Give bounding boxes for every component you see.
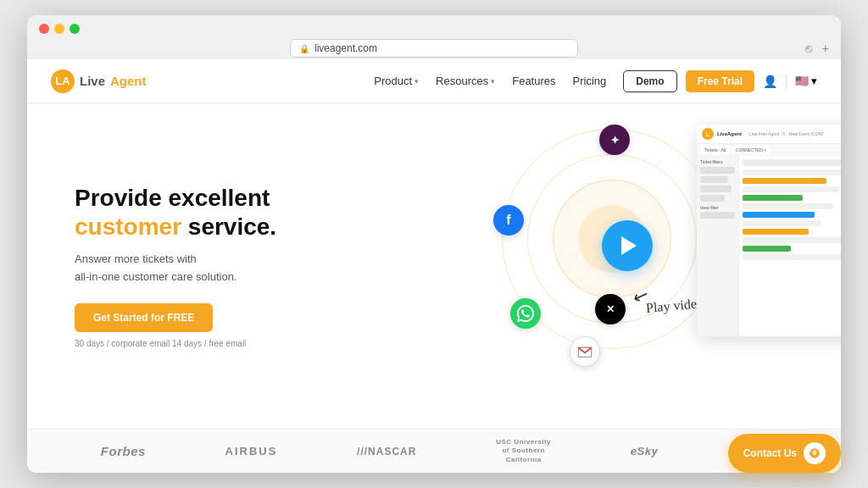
app-row-orange (743, 178, 826, 184)
nav-pricing[interactable]: Pricing (573, 75, 607, 87)
nav-resources-label: Resources (436, 75, 488, 87)
browser-chrome: 🔒 liveagent.com ⎋ + (27, 15, 841, 59)
play-button[interactable] (602, 220, 653, 271)
hero-visual: ✦ f ✕ (459, 112, 841, 391)
contact-us-label: Contact Us (743, 447, 797, 459)
nav-pricing-label: Pricing (573, 75, 607, 87)
app-row (743, 220, 821, 226)
app-header: L LiveAgent Chat from Agent · X · New Ev… (697, 125, 841, 144)
hero-heading-line2: service. (188, 214, 276, 240)
address-bar-area: 🔒 liveagent.com ⎋ + (27, 37, 841, 59)
expand-dot[interactable] (70, 24, 80, 34)
app-tabs: Tickets · All CONNECTED × (697, 144, 841, 156)
share-icon[interactable]: ⎋ (805, 42, 812, 55)
app-tab-tickets: Tickets · All (700, 146, 730, 154)
lock-icon: 🔒 (299, 44, 309, 53)
page-content: LA LiveAgent Product ▾ Resources ▾ Featu… (27, 59, 841, 473)
flag-icon: 🇺🇸 (795, 75, 809, 87)
hero-subtext-line2: all-in-one customer care solution. (75, 270, 236, 283)
titlebar (27, 15, 841, 37)
app-header-extra: Chat from Agent · X · New Event (CONT (748, 131, 824, 136)
app-row-orange-2 (743, 229, 809, 235)
nascar-logo: ///NASCAR (357, 446, 416, 458)
app-row-green-2 (743, 246, 791, 252)
chevron-down-icon: ▾ (415, 77, 419, 86)
logo-icon: LA (51, 69, 75, 93)
sidebar-item (700, 186, 732, 192)
contact-icon (804, 442, 826, 464)
app-row (743, 254, 841, 260)
play-triangle-icon (621, 236, 637, 255)
facebook-icon: f (493, 205, 524, 236)
nav-resources[interactable]: Resources ▾ (436, 75, 495, 87)
hero-heading: Provide excellent customer service. (75, 184, 276, 241)
language-selector[interactable]: 🇺🇸 ▾ (795, 75, 817, 87)
chevron-down-icon: ▾ (491, 77, 495, 86)
hero-note: 30 days / corporate email 14 days / free… (75, 339, 276, 348)
app-body: Ticket filters View filter (697, 156, 841, 336)
browser-window: 🔒 liveagent.com ⎋ + LA LiveAgent Product… (27, 15, 841, 473)
logo-text-live: Live (80, 74, 105, 88)
nav-product[interactable]: Product ▾ (374, 75, 419, 87)
nav-links: Product ▾ Resources ▾ Features Pricing (374, 75, 606, 87)
nav-features[interactable]: Features (512, 75, 555, 87)
sidebar-item (700, 212, 735, 219)
forbes-logo: Forbes (101, 444, 146, 458)
get-started-button[interactable]: Get Started for FREE (75, 303, 213, 332)
new-tab-icon[interactable]: + (822, 42, 829, 55)
sidebar-item (700, 176, 728, 183)
search-bar (743, 159, 841, 166)
hero-section: Provide excellent customer service. Answ… (27, 103, 841, 429)
hero-heading-line1: Provide excellent (75, 185, 270, 211)
logo-text-agent: Agent (110, 74, 147, 88)
gmail-icon (570, 336, 600, 367)
navbar: LA LiveAgent Product ▾ Resources ▾ Featu… (27, 59, 841, 103)
app-row (743, 203, 833, 209)
app-row (743, 169, 841, 175)
slack-icon: ✦ (599, 125, 630, 155)
nav-divider (786, 74, 787, 89)
x-icon: ✕ (595, 294, 626, 324)
app-sidebar: Ticket filters View filter (697, 156, 739, 336)
nav-actions: Demo Free Trial 👤 🇺🇸 ▾ (623, 70, 817, 92)
hero-subtext: Answer more tickets with all-in-one cust… (75, 251, 276, 286)
user-icon[interactable]: 👤 (763, 75, 777, 88)
close-dot[interactable] (39, 24, 49, 34)
logo[interactable]: LA LiveAgent (51, 69, 147, 93)
url-text: liveagent.com (314, 42, 377, 54)
sidebar-item (700, 167, 735, 174)
app-screenshot: L LiveAgent Chat from Agent · X · New Ev… (697, 125, 841, 336)
app-row (743, 186, 839, 192)
hero-subtext-line1: Answer more tickets with (75, 252, 197, 265)
app-row-blue (743, 212, 815, 218)
demo-button[interactable]: Demo (623, 70, 676, 92)
nav-features-label: Features (512, 75, 555, 87)
app-main (739, 156, 841, 336)
circles-container: ✦ f ✕ (502, 129, 722, 349)
app-row (743, 237, 841, 243)
logos-bar: Forbes AIRBUS ///NASCAR USC University o… (27, 429, 841, 473)
app-tab-connected: CONNECTED × (732, 146, 771, 154)
hero-text: Provide excellent customer service. Answ… (75, 184, 276, 348)
minimize-dot[interactable] (54, 24, 64, 34)
free-trial-button[interactable]: Free Trial (686, 70, 754, 92)
address-bar[interactable]: 🔒 liveagent.com (290, 39, 578, 58)
nav-product-label: Product (374, 75, 412, 87)
usc-logo: USC University of Southern California (496, 438, 551, 464)
contact-us-button[interactable]: Contact Us (728, 434, 841, 473)
airbus-logo: AIRBUS (225, 445, 278, 458)
sky-logo: eSky (631, 445, 658, 458)
chevron-down-icon: ▾ (811, 75, 817, 87)
svg-point-2 (814, 452, 815, 453)
ticket-filters-label: Ticket filters (700, 159, 735, 164)
hero-heading-highlight: customer (75, 214, 181, 240)
app-header-text: LiveAgent (717, 131, 742, 136)
sidebar-item (700, 195, 725, 202)
whatsapp-icon (510, 298, 541, 329)
browser-actions: ⎋ + (805, 42, 829, 55)
view-filter-label: View filter (700, 205, 735, 210)
app-logo-small: L (702, 128, 714, 140)
app-row-green (743, 195, 803, 201)
